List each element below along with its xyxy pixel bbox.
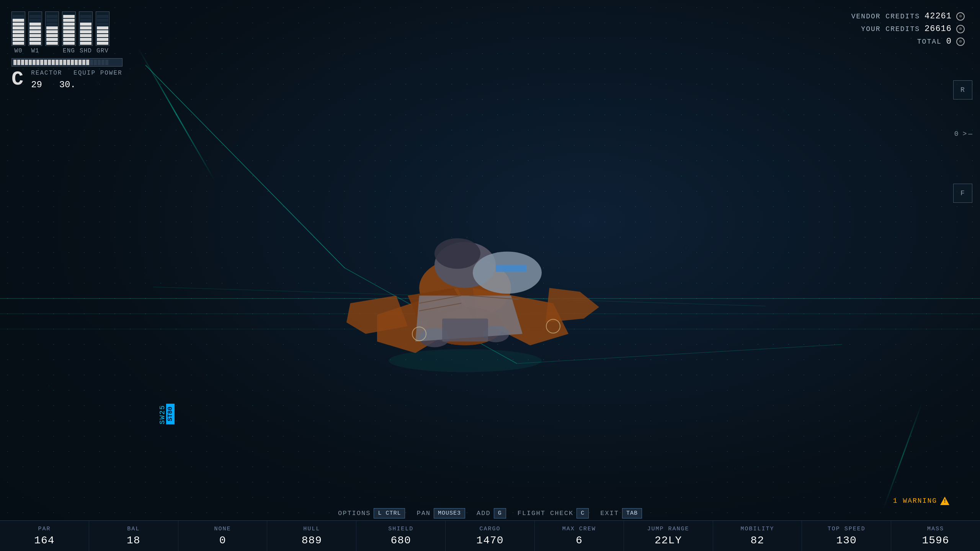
- exit-control: EXIT TAB: [600, 508, 642, 518]
- svg-point-25: [389, 349, 542, 372]
- stat-group-top-speed: TOP SPEED130: [802, 521, 891, 551]
- stat-value-3: 889: [302, 535, 322, 546]
- stat-value-2: 0: [219, 535, 226, 546]
- power-bars-container: W0 W1: [11, 11, 122, 54]
- zero-indicator: 0 > —: [954, 130, 972, 138]
- power-bar-shd: SHD: [79, 11, 93, 54]
- exit-label: EXIT: [600, 510, 619, 517]
- stat-value-9: 130: [836, 535, 857, 546]
- svg-point-9: [434, 238, 480, 269]
- pan-label: PAN: [416, 510, 431, 517]
- pan-control: PAN MOUSE3: [416, 508, 465, 518]
- stat-label-1: BAL: [127, 526, 140, 532]
- bar-shd-label: SHD: [80, 47, 92, 54]
- r-button-label: R: [960, 86, 965, 94]
- stat-group-mass: MASS1596: [891, 521, 980, 551]
- stat-value-10: 1596: [922, 535, 949, 546]
- stat-label-3: HULL: [303, 526, 320, 532]
- reactor-info: C REACTOR EQUIP POWER 29 30.: [11, 70, 122, 90]
- ship-name-label: SW25: [158, 404, 166, 424]
- stat-label-2: NONE: [214, 526, 231, 532]
- stat-label-0: PAR: [38, 526, 51, 532]
- bar-w0-container: [11, 11, 25, 46]
- stat-value-7: 22LY: [655, 535, 682, 546]
- bar-w1-container: [28, 11, 42, 46]
- stat-label-8: MOBILITY: [740, 526, 774, 532]
- warning-triangle-icon: [940, 497, 949, 505]
- reactor-value: 29: [31, 80, 42, 90]
- r-button-container: R: [953, 80, 972, 99]
- vendor-credits-row: VENDOR CREDITS 42261 ⊙: [851, 11, 965, 21]
- stat-label-4: SHIELD: [388, 526, 413, 532]
- reactor-details: REACTOR EQUIP POWER 29 30.: [31, 70, 122, 90]
- vendor-credits-value: 42261: [924, 11, 952, 21]
- equip-value: 30.: [59, 80, 76, 90]
- total-credits-label: TOTAL: [917, 38, 942, 46]
- pan-key[interactable]: MOUSE3: [434, 508, 465, 518]
- flight-check-label: FLIGHT CHECK: [518, 510, 573, 517]
- stat-value-0: 164: [34, 535, 54, 546]
- total-credits-value: 0: [946, 37, 952, 46]
- top-left-hud: W0 W1: [11, 11, 122, 90]
- stat-label-7: JUMP RANGE: [647, 526, 689, 532]
- total-credits-row: TOTAL 0 ⊙: [851, 37, 965, 46]
- reactor-label: REACTOR: [31, 70, 62, 77]
- svg-rect-24: [442, 319, 488, 342]
- your-credits-label: YOUR CREDITS: [861, 25, 920, 33]
- bar-w1-label: W1: [31, 47, 39, 54]
- stat-value-5: 1470: [476, 535, 503, 546]
- stat-group-jump-range: JUMP RANGE22LY: [624, 521, 713, 551]
- ship-render: [301, 181, 645, 391]
- flight-check-key[interactable]: C: [577, 508, 589, 518]
- stat-group-shield: SHIELD680: [356, 521, 446, 551]
- total-credits-icon: ⊙: [956, 37, 965, 46]
- options-control: OPTIONS L CTRL: [338, 508, 405, 518]
- f-button[interactable]: F: [953, 184, 972, 203]
- bar-eng-container: [62, 11, 76, 46]
- your-credits-icon: ⊙: [956, 25, 965, 33]
- ship-svg: [301, 181, 645, 391]
- options-key[interactable]: L CTRL: [374, 508, 405, 518]
- stat-group-bal: BAL18: [89, 521, 178, 551]
- power-meter-fill: [13, 60, 108, 65]
- options-label: OPTIONS: [338, 510, 371, 517]
- reactor-grade: C: [11, 70, 23, 90]
- your-credits-value: 26616: [924, 24, 952, 34]
- bar-grv-label: GRV: [96, 47, 109, 54]
- stat-label-5: CARGO: [479, 526, 500, 532]
- f-button-container: F: [953, 184, 972, 203]
- svg-marker-14: [546, 288, 599, 323]
- stat-value-8: 82: [751, 535, 764, 546]
- flight-check-control: FLIGHT CHECK C: [518, 508, 589, 518]
- power-bar-grv: GRV: [96, 11, 109, 54]
- stat-group-mobility: MOBILITY82: [713, 521, 802, 551]
- stat-group-hull: HULL889: [267, 521, 356, 551]
- bar-grv-container: [96, 11, 109, 46]
- reactor-value-row: 29 30.: [31, 80, 122, 90]
- exit-key[interactable]: TAB: [622, 508, 642, 518]
- stat-group-max-crew: MAX CREW6: [535, 521, 624, 551]
- power-bar-eng: ENG: [62, 11, 76, 54]
- zero-indicator-label: 0 >: [954, 130, 967, 138]
- svg-point-19: [473, 252, 542, 294]
- r-button[interactable]: R: [953, 80, 972, 99]
- bar-w0-label: W0: [14, 47, 22, 54]
- vendor-credits-icon: ⊙: [956, 12, 965, 21]
- svg-rect-20: [496, 265, 526, 272]
- stat-group-cargo: CARGO1470: [446, 521, 535, 551]
- stat-group-none: NONE0: [178, 521, 268, 551]
- bottom-controls: OPTIONS L CTRL PAN MOUSE3 ADD G FLIGHT C…: [0, 508, 980, 518]
- ship-badge-label: ST80: [166, 404, 175, 424]
- add-control: ADD G: [477, 508, 506, 518]
- add-key[interactable]: G: [494, 508, 506, 518]
- stat-value-6: 6: [576, 535, 583, 546]
- zero-dash: —: [968, 130, 972, 138]
- f-button-label: F: [960, 189, 965, 197]
- equip-label: EQUIP POWER: [74, 70, 122, 77]
- stat-value-4: 680: [390, 535, 411, 546]
- warning-text: 1 WARNING: [893, 497, 937, 505]
- add-label: ADD: [477, 510, 491, 517]
- stat-value-1: 18: [127, 535, 140, 546]
- stats-bar: PAR164BAL18NONE0HULL889SHIELD680CARGO147…: [0, 520, 980, 551]
- vendor-credits-label: VENDOR CREDITS: [851, 13, 920, 20]
